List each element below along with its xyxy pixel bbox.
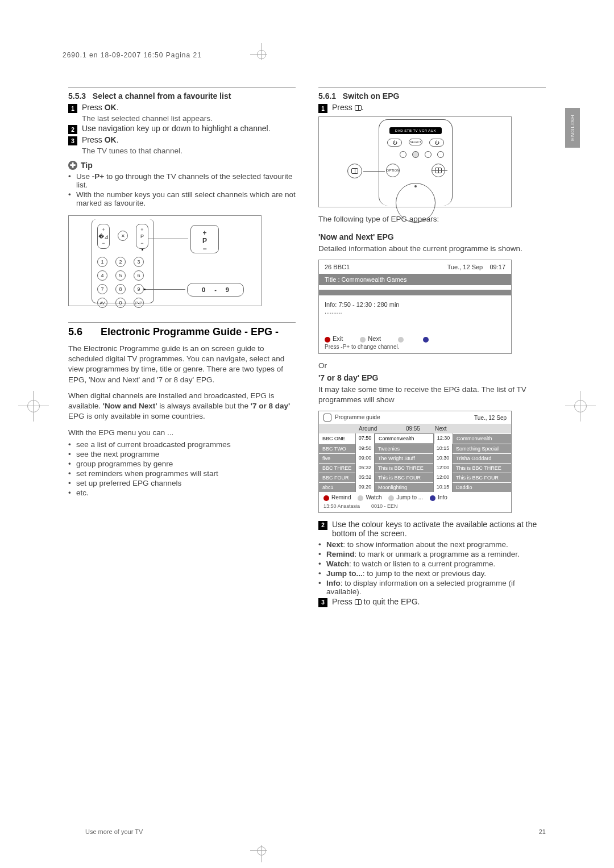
list-item: see a list of current broadcasted progra… <box>68 440 296 449</box>
section-number: 5.5.3 <box>68 91 86 101</box>
step-number-icon: 2 <box>318 521 327 530</box>
colour-key-list: Next: to show information about the next… <box>318 540 546 596</box>
section-561-title: 5.6.1 Switch on EPG <box>318 91 546 101</box>
epg-intro-2: When digital channels are installed and … <box>68 391 296 422</box>
step-number-icon: 1 <box>68 104 77 113</box>
now-next-title: 'Now and Next' EPG <box>318 232 546 241</box>
step-number-icon: 1 <box>318 104 327 113</box>
red-dot-icon <box>323 495 329 501</box>
list-item: set reminders when programmes will start <box>68 469 296 478</box>
step-number-icon: 3 <box>68 136 77 145</box>
step-1: 1 Press OK. <box>68 103 296 113</box>
section-number: 5.6 <box>68 326 98 338</box>
table-row: BBC THREE05:32This is BBC THREE12:00This… <box>319 463 511 473</box>
step-2-right: 2 Use the colour keys to activate the av… <box>318 520 546 538</box>
seven-day-desc: It may take some time to receive the EPG… <box>318 385 546 405</box>
list-item: group programmes by genre <box>68 460 296 468</box>
step-number-icon: 3 <box>318 598 327 607</box>
or-label: Or <box>318 361 546 371</box>
table-row: abc109:20Moonlighting10:15Daddio <box>319 482 511 492</box>
red-dot-icon <box>325 337 330 343</box>
yellow-dot-icon <box>388 495 394 501</box>
epg-type-caption: The following type of EPG appears: <box>318 214 546 224</box>
step-1-right: 1 Press . <box>318 103 546 113</box>
table-row: BBC TWO09:50Tweenies10:15Something Speci… <box>319 444 511 453</box>
tip-list: Use -P+ to go through the TV channels of… <box>68 172 296 207</box>
epg-channel: 26 BBC1 <box>325 264 350 270</box>
list-item: set up preferred EPG channels <box>68 479 296 487</box>
section-heading: Electronic Programme Guide - EPG - <box>101 326 279 337</box>
tip-icon: ✚ <box>68 161 77 170</box>
step-3: 3 Press OK. <box>68 135 296 145</box>
table-row: BBC FOUR05:32This is BBC FOUR12:00This i… <box>319 473 511 482</box>
epg-menu-intro: With the EPG menu you can ... <box>68 428 296 438</box>
epg-intro-1: The Electronic Programme guide is an on … <box>68 344 296 385</box>
remote-illustration: +�⊿− ✕ +P− 1 2 3 4 5 6 7 8 9 AV 0 P•P +P… <box>68 215 262 306</box>
section-heading: Select a channel from a favourite list <box>93 91 231 101</box>
yellow-dot-icon <box>398 337 404 343</box>
table-row: five09:00The Wright Stuff10:30Trisha God… <box>319 453 511 463</box>
blue-dot-icon <box>423 337 429 343</box>
page-number: 21 <box>539 828 546 835</box>
tip-heading: ✚ Tip <box>68 161 296 170</box>
step-3-note: The TV tunes to that channel. <box>82 147 296 155</box>
epg-7day-screenshot: Programme guide Tue., 12 Sep Around 09:5… <box>318 411 512 512</box>
guide-button-callout <box>347 164 362 178</box>
epg-now-next-screenshot: 26 BBC1 Tue., 12 Sep 09:17 Title : Commo… <box>318 260 512 353</box>
epg-menu-list: see a list of current broadcasted progra… <box>68 440 296 497</box>
page-footer: Use more of your TV 21 <box>85 828 546 835</box>
step-3-right: 3 Press to quit the EPG. <box>318 597 546 607</box>
list-item: see the next programme <box>68 450 296 458</box>
green-dot-icon <box>360 337 366 343</box>
section-553-title: 5.5.3 Select a channel from a favourite … <box>68 91 296 101</box>
section-number: 5.6.1 <box>318 91 336 101</box>
table-row: BBC ONE07:50Commonwealth12:30Commonwealt… <box>319 433 511 444</box>
epg-info: Info: 7:50 - 12:30 : 280 min <box>325 301 505 308</box>
crop-mark-bottom <box>256 845 267 857</box>
footer-title: Use more of your TV <box>85 828 143 835</box>
mode-bar: DVD STB TV VCR AUX <box>389 127 442 134</box>
blue-dot-icon <box>430 495 435 501</box>
green-dot-icon <box>358 495 363 501</box>
step-1-note: The last selected channel list appears. <box>82 114 296 123</box>
epg-foot-note: Press -P+ to change channel. <box>325 344 505 350</box>
seven-day-title: '7 or 8 day' EPG <box>318 373 546 382</box>
guide-icon <box>355 105 362 111</box>
epg-title: Title : Commonwealth Games <box>319 274 511 285</box>
left-column: 5.5.3 Select a channel from a favourite … <box>68 85 296 608</box>
guide-icon <box>355 599 362 605</box>
list-item: etc. <box>68 489 296 497</box>
now-next-desc: Detailed information about the current p… <box>318 244 546 254</box>
section-56-title: 5.6 Electronic Programme Guide - EPG - <box>68 326 296 338</box>
right-column: 5.6.1 Switch on EPG 1 Press . DVD STB TV… <box>318 85 546 608</box>
step-2: 2 Use navigation key up or down to highl… <box>68 124 296 134</box>
section-heading: Switch on EPG <box>343 91 400 101</box>
step-number-icon: 2 <box>68 125 77 134</box>
remote-top-illustration: DVD STB TV VCR AUX ⏻ SELECT ⏻ OPTION <box>318 116 512 207</box>
tip-label: Tip <box>81 161 93 170</box>
guide-logo-icon <box>323 414 331 422</box>
